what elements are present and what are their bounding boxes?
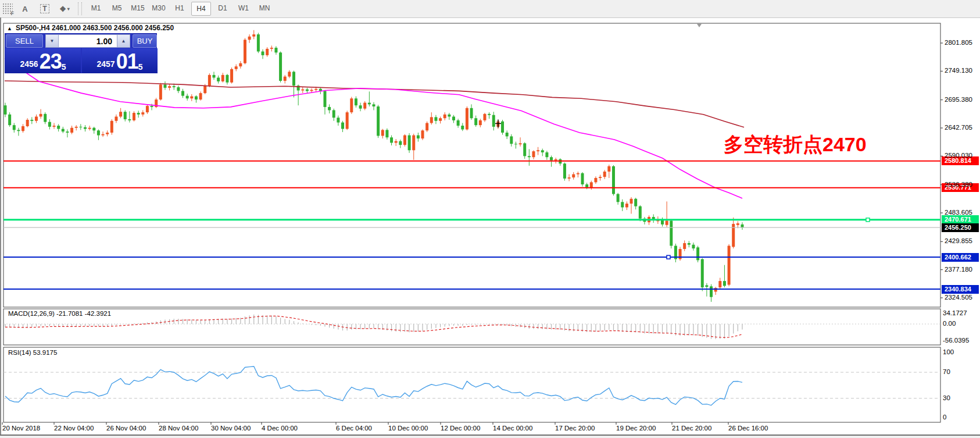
- macd-axis-tick: -56.0395: [943, 337, 969, 344]
- price-axis-tick: 2483.605: [945, 209, 972, 216]
- price-axis-tick: 2642.705: [945, 124, 972, 131]
- moving-averages: [5, 58, 744, 198]
- time-axis-tick: 28 Nov 04:00: [159, 425, 198, 432]
- chart-text-annotation: 多空转折点2470: [724, 131, 867, 158]
- price-axis-tick: 2590.030: [945, 152, 972, 159]
- time-axis-tick: 26 Dec 16:00: [728, 425, 768, 432]
- volume-control: ▼ 1.00 ▲: [45, 34, 130, 48]
- time-axis-tick: 21 Dec 20:00: [672, 425, 711, 432]
- time-axis-tick: 14 Dec 00:00: [493, 425, 532, 432]
- sell-button[interactable]: SELL: [6, 34, 43, 48]
- time-axis-tick: 22 Nov 04:00: [54, 425, 94, 432]
- buy-price-big: 01: [116, 52, 138, 72]
- price-axis-tick: 2695.380: [945, 96, 972, 103]
- price-axis-tick: 2749.130: [945, 67, 972, 74]
- volume-decrease-button[interactable]: ▼: [45, 34, 59, 48]
- sell-price-small: 2456: [20, 56, 38, 72]
- time-axis-tick: 30 Nov 04:00: [211, 425, 251, 432]
- price-axis-tick: 2377.180: [945, 266, 972, 273]
- rsi-axis-tick: 100: [943, 348, 954, 355]
- sell-price-big: 23: [40, 52, 62, 72]
- rsi-axis-tick: 70: [943, 368, 950, 375]
- time-axis-tick: 4 Dec 00:00: [262, 425, 298, 432]
- price-axis-tick: 2429.855: [945, 237, 972, 244]
- price-line-badge: 2340.834: [942, 285, 979, 294]
- axis-ticks: [2, 43, 943, 425]
- sell-price-box[interactable]: 2456235: [5, 48, 81, 73]
- time-axis-tick: 17 Dec 20:00: [555, 425, 595, 432]
- macd-axis-tick: 0.00: [943, 320, 956, 327]
- sell-price-sup: 5: [62, 62, 66, 72]
- buy-price-sup: 5: [138, 62, 143, 72]
- price-axis-tick: 2324.505: [945, 294, 972, 301]
- current-price-badge: 2456.250: [942, 223, 979, 232]
- price-axis-tick: 2536.380: [945, 181, 972, 188]
- buy-price-small: 2457: [97, 56, 115, 72]
- one-click-trade-panel: SELL ▼ 1.00 ▲ BUY 2456235 2457015: [5, 33, 157, 73]
- macd-panel: [3, 315, 940, 339]
- mt4-terminal: { "toolbar": { "grip_label": "F", "icon_…: [0, 0, 980, 438]
- window-bottom-strip: [0, 436, 980, 438]
- window-left-edge: [0, 17, 1, 438]
- rsi-label: RSI(14) 53.9175: [8, 349, 57, 356]
- macd-label: MACD(12,26,9) -21.7081 -42.3921: [8, 310, 111, 317]
- time-axis-tick: 20 Nov 2018: [2, 425, 40, 432]
- chart-markers: [495, 24, 702, 127]
- macd-axis-tick: 34.1727: [943, 309, 967, 316]
- volume-increase-button[interactable]: ▲: [117, 34, 130, 48]
- buy-price-box[interactable]: 2457015: [82, 48, 158, 73]
- rsi-panel: [3, 366, 940, 405]
- time-axis-tick: 6 Dec 04:00: [336, 425, 372, 432]
- price-axis-tick: 2801.805: [945, 39, 972, 46]
- volume-input[interactable]: 1.00: [59, 34, 117, 48]
- price-line-badge: 2400.662: [942, 253, 979, 262]
- rsi-axis-tick: 0: [943, 414, 946, 421]
- rsi-axis-tick: 30: [943, 394, 950, 401]
- time-axis-tick: 19 Dec 20:00: [616, 425, 656, 432]
- buy-button[interactable]: BUY: [133, 34, 157, 48]
- horizontal-lines: [3, 161, 940, 289]
- time-axis-tick: 10 Dec 00:00: [388, 425, 428, 432]
- time-axis-tick: 12 Dec 00:00: [441, 425, 480, 432]
- time-axis-tick: 26 Nov 04:00: [106, 425, 146, 432]
